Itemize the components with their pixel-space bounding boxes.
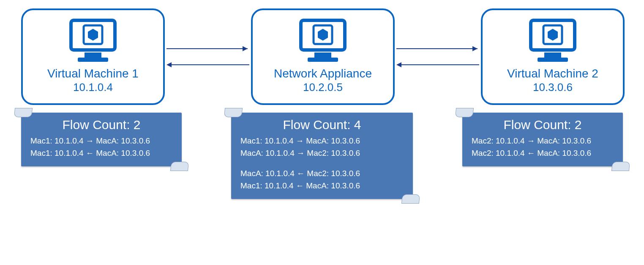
appliance-flow-panel: Flow Count: 4 Mac1: 10.1.0.4 → MacA: 10.… bbox=[231, 113, 413, 199]
appliance-flow-lines-b: MacA: 10.1.0.4 ← Mac2: 10.3.0.6Mac1: 10.… bbox=[240, 167, 404, 192]
vm1-flow-panel: Flow Count: 2 Mac1: 10.1.0.4 → MacA: 10.… bbox=[21, 113, 182, 166]
vm2-ip: 10.3.0.6 bbox=[533, 81, 573, 94]
diagram-bottom-row: Flow Count: 2 Mac1: 10.1.0.4 → MacA: 10.… bbox=[8, 113, 636, 199]
flow-line: Mac2: 10.1.0.4 ← MacA: 10.3.0.6 bbox=[472, 147, 614, 159]
flow-line: Mac2: 10.1.0.4 → MacA: 10.3.0.6 bbox=[472, 135, 614, 147]
vm1-flow-heading: Flow Count: 2 bbox=[30, 118, 172, 132]
vm2-flow-lines: Mac2: 10.1.0.4 → MacA: 10.3.0.6Mac2: 10.… bbox=[472, 135, 614, 160]
vm2-flow-heading: Flow Count: 2 bbox=[472, 118, 614, 132]
flow-line: Mac1: 10.1.0.4 ← MacA: 10.3.0.6 bbox=[30, 147, 172, 159]
appliance-title: Network Appliance bbox=[274, 66, 372, 81]
arrow-left-icon bbox=[395, 61, 481, 69]
arrows-vm1-appliance bbox=[165, 44, 251, 69]
arrow-right-icon bbox=[395, 44, 481, 53]
vm1-node: Virtual Machine 1 10.1.0.4 bbox=[21, 8, 165, 105]
flow-line: MacA: 10.1.0.4 → Mac2: 10.3.0.6 bbox=[240, 147, 404, 159]
vm1-flow-lines: Mac1: 10.1.0.4 → MacA: 10.3.0.6Mac1: 10.… bbox=[30, 135, 172, 160]
arrow-left-icon bbox=[165, 61, 251, 69]
vm1-title: Virtual Machine 1 bbox=[47, 66, 139, 81]
flow-line: Mac1: 10.1.0.4 ← MacA: 10.3.0.6 bbox=[240, 179, 404, 192]
appliance-node: Network Appliance 10.2.0.5 bbox=[251, 8, 395, 105]
flow-line: MacA: 10.1.0.4 ← Mac2: 10.3.0.6 bbox=[240, 167, 404, 179]
vm2-column: Virtual Machine 2 10.3.0.6 bbox=[481, 8, 625, 105]
appliance-flow-lines-a: Mac1: 10.1.0.4 → MacA: 10.3.0.6MacA: 10.… bbox=[240, 135, 404, 160]
vm2-title: Virtual Machine 2 bbox=[507, 66, 598, 81]
vm-icon bbox=[297, 18, 348, 63]
vm-icon bbox=[68, 18, 118, 63]
vm2-flow-panel: Flow Count: 2 Mac2: 10.1.0.4 → MacA: 10.… bbox=[462, 113, 623, 166]
flow-gap bbox=[240, 160, 404, 167]
vm1-column: Virtual Machine 1 10.1.0.4 bbox=[21, 8, 165, 105]
arrows-appliance-vm2 bbox=[395, 44, 481, 69]
arrow-right-icon bbox=[165, 44, 251, 53]
diagram-top-row: Virtual Machine 1 10.1.0.4 Network Appli… bbox=[8, 8, 636, 105]
appliance-column: Network Appliance 10.2.0.5 bbox=[251, 8, 395, 105]
flow-line: Mac1: 10.1.0.4 → MacA: 10.3.0.6 bbox=[240, 135, 404, 147]
vm-icon bbox=[527, 18, 578, 63]
flow-line: Mac1: 10.1.0.4 → MacA: 10.3.0.6 bbox=[30, 135, 172, 147]
vm1-ip: 10.1.0.4 bbox=[73, 81, 113, 94]
appliance-flow-heading: Flow Count: 4 bbox=[240, 118, 404, 132]
vm2-node: Virtual Machine 2 10.3.0.6 bbox=[481, 8, 625, 105]
appliance-ip: 10.2.0.5 bbox=[303, 81, 343, 94]
